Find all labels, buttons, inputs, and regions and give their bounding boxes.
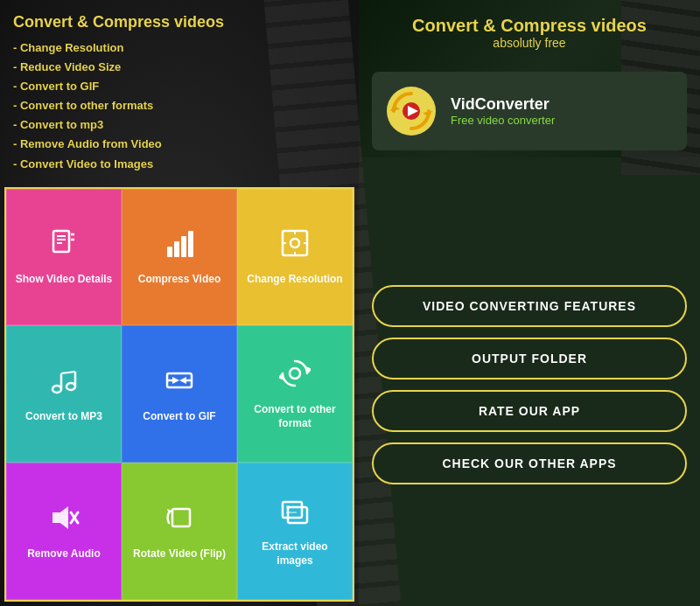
svg-rect-6	[167, 247, 172, 257]
svg-marker-29	[53, 508, 67, 527]
grid-cell-convert-to-mp3[interactable]: Convert to MP3	[6, 325, 122, 463]
left-title: Convert & Compress videos	[13, 13, 346, 31]
app-logo	[385, 85, 438, 137]
compress-video-label: Compress Video	[138, 273, 220, 287]
convert-to-other-icon	[279, 358, 311, 396]
rotate-video-icon	[164, 502, 195, 540]
right-subtitle: absolutly free	[372, 36, 687, 50]
action-buttons-section: VIDEO CONVERTING FEATURESOUTPUT FOLDERRA…	[359, 164, 700, 606]
change-resolution-icon	[279, 227, 311, 266]
app-description: Free video converter	[451, 114, 555, 127]
convert-to-gif-icon	[164, 365, 195, 403]
rotate-video-label: Rotate Video (Flip)	[133, 547, 226, 561]
svg-line-20	[61, 372, 75, 373]
feature-item: - Convert Video to Images	[13, 155, 346, 174]
extract-images-icon	[279, 495, 311, 533]
svg-rect-0	[53, 231, 69, 252]
left-header: Convert & Compress videos - Change Resol…	[0, 0, 359, 183]
feature-item: - Convert to GIF	[13, 77, 346, 96]
svg-rect-10	[283, 231, 307, 255]
compress-video-icon	[164, 227, 195, 266]
feature-item: - Convert to other formats	[13, 96, 346, 115]
convert-to-mp3-label: Convert to MP3	[25, 410, 102, 424]
app-text-info: VidConverter Free video converter	[451, 95, 555, 127]
grid-cell-convert-to-gif[interactable]: Convert to GIF	[122, 325, 237, 463]
convert-to-other-label: Convert to other format	[242, 403, 347, 430]
left-panel: Convert & Compress videos - Change Resol…	[0, 0, 359, 606]
svg-point-37	[286, 505, 290, 509]
svg-rect-35	[288, 507, 307, 523]
right-panel: Convert & Compress videos absolutly free…	[359, 0, 700, 606]
show-video-details-label: Show Video Details	[16, 273, 112, 287]
features-list: - Change Resolution- Reduce Video Size- …	[13, 38, 346, 174]
feature-item: - Reduce Video Size	[13, 58, 346, 77]
svg-rect-34	[283, 502, 302, 518]
right-title: Convert & Compress videos	[372, 16, 687, 36]
app-info-card: VidConverter Free video converter	[372, 72, 687, 150]
feature-grid: Show Video DetailsCompress VideoChange R…	[4, 187, 354, 602]
grid-cell-compress-video[interactable]: Compress Video	[122, 189, 237, 326]
svg-rect-9	[188, 231, 193, 257]
svg-point-11	[290, 239, 299, 247]
svg-point-16	[52, 386, 61, 393]
remove-audio-icon	[48, 502, 80, 540]
button-video-converting-features[interactable]: VIDEO CONVERTING FEATURES	[372, 285, 687, 327]
grid-cell-remove-audio[interactable]: Remove Audio	[6, 463, 122, 600]
feature-item: - Change Resolution	[13, 38, 346, 58]
grid-cell-change-resolution[interactable]: Change Resolution	[237, 189, 353, 326]
svg-marker-25	[179, 377, 186, 384]
extract-images-label: Extract video images	[242, 540, 347, 568]
svg-rect-32	[172, 509, 190, 526]
right-header: Convert & Compress videos absolutly free	[359, 0, 700, 59]
grid-cell-rotate-video[interactable]: Rotate Video (Flip)	[122, 463, 237, 600]
svg-marker-23	[172, 377, 179, 384]
grid-cell-convert-to-other[interactable]: Convert to other format	[237, 325, 353, 463]
change-resolution-label: Change Resolution	[247, 273, 342, 287]
convert-to-gif-label: Convert to GIF	[143, 410, 215, 424]
show-video-details-icon	[48, 227, 80, 266]
svg-rect-7	[174, 241, 179, 257]
button-rate-our-app[interactable]: RATE OUR APP	[372, 390, 687, 432]
grid-cell-extract-images[interactable]: Extract video images	[237, 463, 353, 600]
button-check-other-apps[interactable]: CHECK OUR OTHER APPS	[372, 442, 687, 484]
svg-rect-8	[181, 236, 186, 257]
feature-item: - Remove Audio from Video	[13, 135, 346, 154]
remove-audio-label: Remove Audio	[27, 547, 101, 561]
convert-to-mp3-icon	[48, 365, 80, 403]
grid-cell-show-video-details[interactable]: Show Video Details	[6, 189, 122, 326]
app-name: VidConverter	[451, 95, 555, 114]
svg-point-28	[290, 368, 300, 379]
feature-item: - Convert to mp3	[13, 115, 346, 135]
button-output-folder[interactable]: OUTPUT FOLDER	[372, 338, 687, 380]
svg-point-17	[66, 383, 75, 390]
